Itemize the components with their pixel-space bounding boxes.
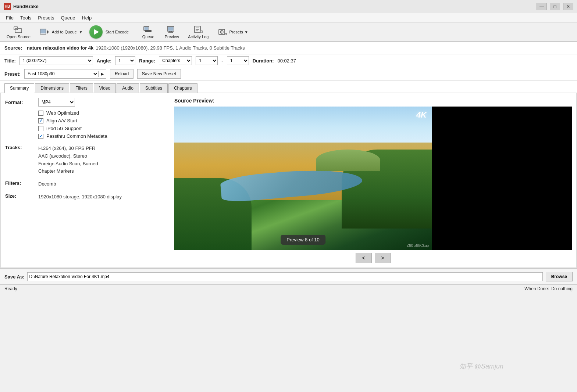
left-panel: Format: MP4 Web Optimized Align A/V Star… [5,98,167,263]
title-row: Title: 1 (00:02:37) Angle: 1 Range: Chap… [0,54,577,67]
menu-tools[interactable]: Tools [17,14,34,21]
preview-icon [167,25,177,34]
svg-rect-10 [145,30,152,31]
format-select[interactable]: MP4 [38,98,75,107]
reload-button[interactable]: Reload [110,69,133,79]
tab-dimensions[interactable]: Dimensions [35,83,69,93]
preview-nav: < > [174,253,572,263]
ipod-checkbox[interactable] [38,126,43,131]
activity-log-button[interactable]: Activity Log [184,24,212,40]
checkbox-ipod[interactable]: iPod 5G Support [38,126,167,131]
preview-image: 4K Preview 8 of 10 Z60-x88Ckup [174,107,432,250]
tab-audio[interactable]: Audio [117,83,139,93]
web-optimized-checkbox[interactable] [38,111,43,116]
preset-arrow[interactable]: ▶ [98,71,106,77]
tab-subtitles[interactable]: Subtitles [140,83,168,93]
passthru-label: Passthru Common Metadata [46,133,107,139]
close-button[interactable]: ✕ [563,3,573,10]
filters-row: Filters: Decomb [5,180,167,188]
main-content: Format: MP4 Web Optimized Align A/V Star… [0,93,577,268]
queue-label: Queue [142,35,154,39]
angle-label: Angle: [97,58,111,64]
queue-button[interactable]: Queue [137,24,159,40]
menu-presets[interactable]: Presets [35,14,57,21]
web-optimized-label: Web Optimized [46,110,79,116]
preview-button[interactable]: Preview [161,24,183,40]
title-bar: HB HandBrake — □ ✕ [0,0,577,13]
preset-label: Preset: [4,71,21,77]
title-bar-left: HB HandBrake [4,3,39,10]
preset-select[interactable]: Fast 1080p30 [25,69,98,78]
format-row: Format: MP4 [5,98,167,107]
tab-content: Format: MP4 Web Optimized Align A/V Star… [0,93,577,268]
save-new-preset-button[interactable]: Save New Preset [137,69,181,79]
svg-rect-4 [40,29,46,33]
presets-button[interactable]: Presets ▼ [214,26,252,38]
menu-queue[interactable]: Queue [58,14,78,21]
size-section: Size: 1920x1080 storage, 1920x1080 displ… [5,193,167,201]
align-av-checkbox[interactable] [38,118,43,123]
right-panel: Source Preview: 4K [174,98,572,263]
save-row: Save As: Browse [0,268,577,284]
hills-layer [316,150,380,171]
tab-video[interactable]: Video [94,83,116,93]
ipod-label: iPod 5G Support [46,126,82,131]
browse-button[interactable]: Browse [546,272,573,281]
chapter-end-select[interactable]: 1 [227,56,249,65]
format-label: Format: [5,100,35,105]
preview-container: 4K Preview 8 of 10 Z60-x88Ckup [174,107,572,250]
source-section: Source: nature relaxation video for 4k 1… [0,42,577,54]
minimize-button[interactable]: — [537,3,547,10]
checkbox-align-av[interactable]: Align A/V Start [38,118,167,123]
source-info: 1920x1080 (1920x1080), 29.98 FPS, 1 Audi… [96,45,245,51]
angle-select[interactable]: 1 [115,56,135,65]
size-value: 1920x1080 storage, 1920x1080 display [38,193,122,201]
duration-label: Duration: [253,58,274,64]
start-encode-button[interactable] [89,25,103,39]
chapter-start-select[interactable]: 1 [196,56,218,65]
add-to-queue-arrow[interactable]: ▼ [79,30,83,34]
checkbox-passthru[interactable]: Passthru Common Metadata [38,133,167,139]
svg-rect-1 [15,29,22,33]
svg-rect-8 [145,27,149,30]
open-source-button[interactable]: Open Source [3,24,34,40]
tracks-label: Tracks: [5,145,35,175]
title-label: Title: [4,58,16,64]
menu-file[interactable]: File [3,14,17,21]
preview-next-button[interactable]: > [375,253,391,263]
add-to-queue-button[interactable]: Add to Queue ▼ [36,26,86,38]
preview-prev-button[interactable]: < [356,253,372,263]
status-bar: Ready When Done: Do nothing [0,284,577,293]
tab-filters[interactable]: Filters [70,83,93,93]
presets-arrow[interactable]: ▼ [245,30,248,34]
align-av-label: Align A/V Start [46,118,77,123]
play-icon [94,29,99,35]
when-done-row: When Done: Do nothing [524,286,573,291]
add-to-queue-icon [39,28,50,36]
tab-summary[interactable]: Summary [4,83,34,93]
status-ready: Ready [4,286,17,291]
save-path-input[interactable] [27,272,542,281]
open-source-icon [13,25,24,34]
size-row: Size: 1920x1080 storage, 1920x1080 displ… [5,193,167,201]
checkbox-web-optimized[interactable]: Web Optimized [38,110,167,116]
duration-value: 00:02:37 [277,58,296,64]
menu-help[interactable]: Help [79,14,95,21]
window-controls: — □ ✕ [537,3,573,10]
checkbox-group: Web Optimized Align A/V Start iPod 5G Su… [38,110,167,139]
passthru-checkbox[interactable] [38,134,43,139]
queue-icon [143,25,153,34]
svg-rect-12 [168,27,174,31]
source-filename: nature relaxation video for 4k [27,45,93,51]
range-select[interactable]: Chapters [159,56,192,65]
title-select[interactable]: 1 (00:02:37) [19,56,93,65]
maximize-button[interactable]: □ [550,3,560,10]
zhihu-watermark: 知乎 @Samjun [459,362,503,371]
preview-label: Source Preview: [174,98,572,104]
tab-chapters[interactable]: Chapters [168,83,197,93]
activity-log-label: Activity Log [188,35,209,39]
menu-bar: File Tools Presets Queue Help [0,13,577,23]
preview-badge: Preview 8 of 10 [281,235,325,245]
4k-badge: 4K [416,110,427,120]
activity-log-icon [193,25,203,34]
